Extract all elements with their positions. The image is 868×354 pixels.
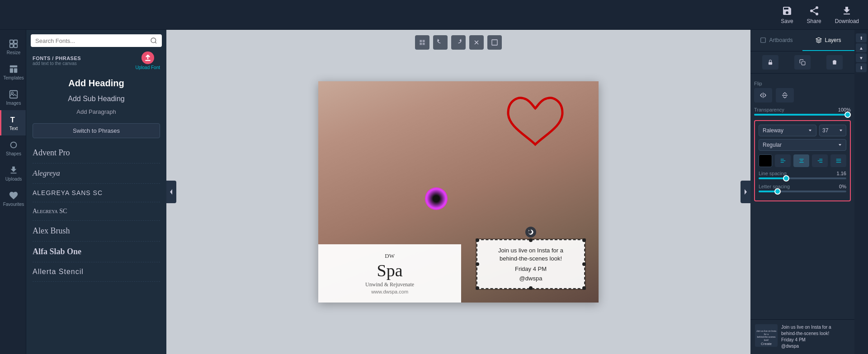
- scroll-down-button[interactable]: ▼: [856, 53, 867, 62]
- templates-icon: [9, 64, 19, 74]
- download-button[interactable]: Download: [835, 5, 859, 24]
- mid-handle-right[interactable]: [582, 262, 586, 266]
- corner-handle-tl[interactable]: [476, 238, 479, 242]
- sidebar-item-uploads[interactable]: Uploads: [0, 161, 26, 186]
- line-spacing-row: Line spacing 1.16: [759, 171, 846, 176]
- tab-artboards[interactable]: Artboards: [750, 30, 802, 51]
- align-center-button[interactable]: [793, 154, 809, 167]
- scroll-down-bottom-button[interactable]: ⬇: [856, 63, 867, 72]
- delete-layer-button[interactable]: [826, 55, 843, 70]
- font-item-alex-brush[interactable]: Alex Brush: [33, 221, 160, 242]
- font-item-alegreya-sc[interactable]: Alegreya SC: [33, 202, 160, 221]
- flip-horizontal-button[interactable]: [754, 88, 772, 102]
- selected-text-time: Friday 4 PM: [515, 266, 547, 272]
- grid-button[interactable]: [415, 35, 429, 50]
- undo-button[interactable]: [433, 35, 448, 50]
- font-item-alegreya[interactable]: Alegreya: [33, 163, 160, 184]
- flip-h-icon: [760, 92, 767, 99]
- canvas-toolbar: [415, 35, 502, 50]
- letter-spacing-row: Letter spacing 0%: [759, 184, 846, 189]
- font-item-alegreya-sans-sc[interactable]: Alegreya Sans SC: [33, 184, 160, 202]
- duplicate-icon: [799, 59, 806, 65]
- align-right-icon: [817, 158, 823, 164]
- corner-handle-br[interactable]: [582, 286, 586, 290]
- align-left-icon: [780, 158, 786, 164]
- svg-point-11: [151, 38, 156, 43]
- svg-rect-13: [145, 60, 151, 61]
- selected-text-main: Join us live on Insta for a behind-the-s…: [498, 247, 563, 263]
- artboards-icon: [760, 37, 766, 43]
- sidebar-item-label: Uploads: [5, 177, 22, 182]
- rotate-handle[interactable]: [525, 227, 536, 238]
- tab-layers[interactable]: Layers: [802, 30, 854, 51]
- search-input[interactable]: [35, 37, 150, 44]
- lock-button[interactable]: [762, 55, 778, 70]
- sidebar-item-resize[interactable]: Resize: [0, 34, 26, 60]
- text-align-row: [759, 154, 846, 167]
- fonts-header: FONTS / PHRASES add text to the canvas U…: [26, 47, 166, 72]
- fonts-section-subtitle: add text to the canvas: [33, 61, 81, 66]
- align-justify-button[interactable]: [830, 154, 846, 167]
- corner-handle-tr[interactable]: [582, 238, 586, 242]
- create-label: Create: [761, 342, 772, 346]
- font-item-alfa-slab-one[interactable]: Alfa Slab One: [33, 242, 160, 262]
- align-right-button[interactable]: [812, 154, 828, 167]
- font-panel: FONTS / PHRASES add text to the canvas U…: [26, 30, 166, 354]
- share-button[interactable]: Share: [807, 5, 821, 24]
- color-swatch[interactable]: [759, 154, 772, 167]
- transparency-slider[interactable]: [754, 114, 851, 116]
- search-icon: [150, 37, 157, 44]
- redo-button[interactable]: [451, 35, 466, 50]
- sidebar-item-label: Shapes: [6, 151, 21, 156]
- left-collapse-button[interactable]: [166, 181, 176, 203]
- frame-button[interactable]: [487, 35, 502, 50]
- favourites-icon: [9, 191, 19, 200]
- upload-cloud-icon: [142, 51, 154, 64]
- font-item-advent-pro[interactable]: Advent Pro: [33, 143, 160, 163]
- upload-font-button[interactable]: Upload Font: [136, 51, 160, 70]
- save-button[interactable]: Save: [781, 5, 793, 24]
- add-sub-heading-button[interactable]: Add Sub Heading: [33, 93, 160, 105]
- mid-handle-left[interactable]: [476, 262, 479, 266]
- fonts-list: Advent Pro Alegreya Alegreya Sans SC Ale…: [26, 143, 166, 354]
- svg-rect-4: [10, 65, 18, 68]
- sidebar-item-label: Templates: [3, 75, 24, 80]
- line-spacing-slider[interactable]: [759, 177, 846, 179]
- letter-spacing-slider[interactable]: [759, 191, 846, 192]
- sidebar-item-shapes[interactable]: Shapes: [0, 135, 26, 161]
- sidebar-item-images[interactable]: Images: [0, 85, 26, 110]
- right-collapse-button[interactable]: [741, 181, 750, 203]
- sidebar-item-favourites[interactable]: Favourites: [0, 186, 26, 211]
- delete-button[interactable]: [469, 35, 484, 50]
- corner-handle-bl[interactable]: [476, 286, 479, 290]
- flip-vertical-button[interactable]: [776, 88, 794, 102]
- letter-spacing-value: 0%: [839, 184, 846, 189]
- scroll-up-top-button[interactable]: ⬆: [856, 33, 867, 42]
- uploads-icon: [9, 165, 19, 175]
- duplicate-button[interactable]: [794, 55, 811, 70]
- font-item-allerta-stencil[interactable]: Allerta Stencil: [33, 262, 160, 282]
- font-size-select[interactable]: 37: [819, 125, 846, 136]
- trash-icon: [831, 59, 838, 65]
- mid-handle-bottom[interactable]: [529, 286, 533, 290]
- sidebar-item-templates[interactable]: Templates: [0, 60, 26, 85]
- upload-font-label: Upload Font: [136, 65, 160, 70]
- text-icon: T: [9, 115, 19, 125]
- font-weight-select[interactable]: Regular: [759, 139, 846, 151]
- fonts-section-title: FONTS / PHRASES: [33, 56, 81, 61]
- text-selection-box[interactable]: Join us live on Insta for a behind-the-s…: [476, 239, 585, 289]
- add-paragraph-button[interactable]: Add Paragraph: [33, 107, 160, 117]
- canvas-area: DW Spa Unwind & Rejuvenate www.dwspa.com: [166, 30, 750, 354]
- switch-phrases-button[interactable]: Switch to Phrases: [33, 123, 160, 138]
- sidebar-item-text[interactable]: T Text: [0, 110, 26, 135]
- font-family-select[interactable]: Raleway: [759, 125, 816, 136]
- preview-text: Join us live on Insta for a behind-the-s…: [781, 324, 831, 349]
- share-icon: [809, 5, 820, 16]
- svg-point-10: [11, 142, 17, 148]
- right-panel: Artboards Layers Flip: [750, 30, 854, 354]
- sidebar-item-label: Resize: [7, 50, 21, 55]
- add-heading-button[interactable]: Add Heading: [33, 75, 160, 91]
- align-left-button[interactable]: [775, 154, 791, 167]
- scroll-up-button[interactable]: ▲: [856, 43, 867, 52]
- mid-handle-top[interactable]: [529, 238, 533, 242]
